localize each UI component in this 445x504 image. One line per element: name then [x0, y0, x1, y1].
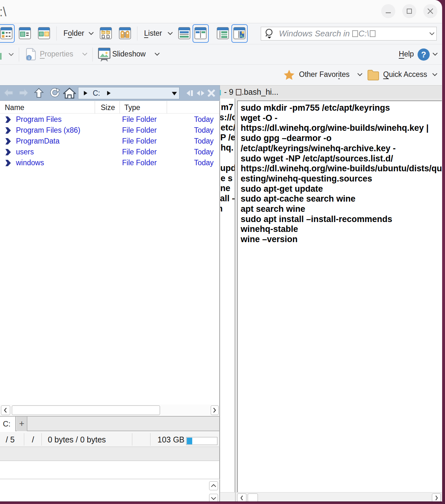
- svg-text:i: i: [28, 56, 30, 60]
